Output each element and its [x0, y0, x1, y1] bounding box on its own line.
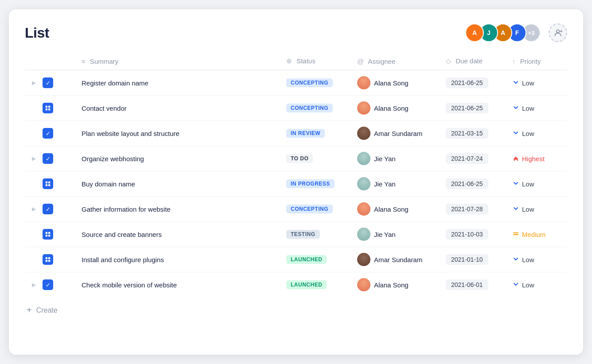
assignee-name: Jie Yan — [374, 231, 396, 238]
assignee-cell: Jie Yan — [357, 177, 432, 190]
status-badge[interactable]: LAUNCHED — [286, 280, 327, 289]
table-row[interactable]: ▶ ✓ Gather information for websiteCONCEP… — [25, 197, 567, 222]
priority-cell: Low — [512, 79, 560, 87]
create-row[interactable]: + Create — [25, 305, 567, 315]
table-row[interactable]: ▶ Install and configure pluginsLAUNCHED … — [25, 247, 567, 272]
row-priority[interactable]: Low — [505, 272, 567, 298]
table-row[interactable]: ▶ Source and create bannersTESTING Jie Y… — [25, 222, 567, 247]
row-checkbox[interactable]: ✓ — [43, 128, 53, 139]
priority-icon — [512, 104, 519, 112]
status-badge[interactable]: IN PROGRESS — [286, 179, 335, 188]
row-status[interactable]: IN PROGRESS — [279, 171, 350, 197]
table-row[interactable]: ▶ ✓ Check mobile version of websiteLAUNC… — [25, 272, 567, 298]
table-row[interactable]: ▶ ✓ Plan website layout and structureIN … — [25, 121, 567, 146]
due-date-value[interactable]: 2021-10-03 — [446, 229, 488, 240]
row-assignee: Alana Song — [350, 272, 439, 298]
row-due-date[interactable]: 2021-06-01 — [439, 272, 505, 298]
row-status[interactable]: LAUNCHED — [279, 247, 350, 272]
create-plus-icon: + — [27, 305, 32, 315]
row-assignee: Jie Yan — [350, 146, 439, 171]
row-due-date[interactable]: 2021-07-24 — [439, 146, 505, 171]
priority-cell: Low — [512, 104, 560, 112]
row-checkbox[interactable]: ✓ — [43, 153, 53, 164]
row-expand-chevron[interactable]: ▶ — [32, 282, 39, 288]
row-priority[interactable]: Highest — [505, 146, 567, 171]
row-status[interactable]: TESTING — [279, 222, 350, 247]
row-assignee: Amar Sundaram — [350, 121, 439, 146]
row-expand-chevron[interactable]: ▶ — [32, 155, 39, 162]
row-priority[interactable]: Low — [505, 247, 567, 272]
row-checkbox[interactable]: ✓ — [43, 204, 53, 214]
row-status[interactable]: CONCEPTING — [279, 96, 350, 121]
row-checkbox[interactable]: ✓ — [43, 77, 53, 88]
table-row[interactable]: ▶ ✓ Register domain nameCONCEPTING Alana… — [25, 70, 567, 96]
row-due-date[interactable]: 2021-06-25 — [439, 171, 505, 197]
subtask-icon[interactable] — [43, 178, 53, 189]
table-row[interactable]: ▶ ✓ Organize webhostingTO DO Jie Yan 202… — [25, 146, 567, 171]
due-date-value[interactable]: 2021-06-25 — [446, 178, 488, 189]
row-due-date[interactable]: 2021-07-28 — [439, 197, 505, 222]
row-priority[interactable]: Low — [505, 96, 567, 121]
assignee-name: Jie Yan — [374, 180, 396, 188]
row-controls: ▶ ✓ — [25, 121, 74, 146]
status-badge[interactable]: CONCEPTING — [286, 205, 333, 213]
due-date-value[interactable]: 2021-03-15 — [446, 128, 488, 139]
status-badge[interactable]: TO DO — [286, 154, 313, 163]
row-controls: ▶ — [25, 247, 74, 272]
summary-text: Register domain name — [82, 79, 148, 87]
col-due-date: ◇ Due date — [439, 53, 505, 70]
due-date-value[interactable]: 2021-07-24 — [446, 153, 488, 164]
due-date-value[interactable]: 2021-06-01 — [446, 279, 488, 290]
row-status[interactable]: IN REVIEW — [279, 121, 350, 146]
row-priority[interactable]: Low — [505, 171, 567, 197]
row-priority[interactable]: Medium — [505, 222, 567, 247]
priority-icon — [512, 230, 519, 239]
subtask-icon[interactable] — [43, 229, 53, 240]
svg-rect-8 — [48, 182, 50, 183]
row-status[interactable]: TO DO — [279, 146, 350, 171]
assignee-cell: Alana Song — [357, 202, 432, 216]
row-due-date[interactable]: 2021-01-10 — [439, 247, 505, 272]
row-status[interactable]: LAUNCHED — [279, 272, 350, 298]
row-expand-chevron[interactable]: ▶ — [32, 206, 39, 212]
status-badge[interactable]: CONCEPTING — [286, 104, 333, 112]
status-badge[interactable]: IN REVIEW — [286, 129, 325, 138]
row-due-date[interactable]: 2021-10-03 — [439, 222, 505, 247]
status-badge[interactable]: CONCEPTING — [286, 78, 333, 87]
row-due-date[interactable]: 2021-06-25 — [439, 96, 505, 121]
status-badge[interactable]: LAUNCHED — [286, 255, 327, 264]
due-date-value[interactable]: 2021-01-10 — [446, 254, 488, 265]
row-priority[interactable]: Low — [505, 197, 567, 222]
row-controls: ▶ — [25, 96, 74, 121]
table-row[interactable]: ▶ Buy domain nameIN PROGRESS Jie Yan 202… — [25, 171, 567, 197]
table-row[interactable]: ▶ Contact vendorCONCEPTING Alana Song 20… — [25, 96, 567, 121]
row-due-date[interactable]: 2021-03-15 — [439, 121, 505, 146]
due-date-value[interactable]: 2021-06-25 — [446, 77, 488, 88]
add-user-button[interactable] — [549, 23, 567, 42]
row-expand-chevron[interactable]: ▶ — [32, 80, 39, 86]
due-date-value[interactable]: 2021-06-25 — [446, 103, 488, 113]
col-controls — [25, 53, 74, 70]
priority-cell: Low — [512, 129, 560, 138]
avatar-group: AJAF+3 — [465, 23, 541, 42]
priority-cell: Low — [512, 281, 560, 289]
row-due-date[interactable]: 2021-06-25 — [439, 70, 505, 96]
priority-cell: Low — [512, 256, 560, 264]
summary-text: Gather information for website — [82, 205, 171, 213]
row-status[interactable]: CONCEPTING — [279, 197, 350, 222]
row-priority[interactable]: Low — [505, 121, 567, 146]
col-status: ⊕ Status — [279, 53, 350, 70]
subtask-icon[interactable] — [43, 254, 53, 265]
row-checkbox[interactable]: ✓ — [43, 279, 53, 290]
subtask-icon[interactable] — [43, 103, 53, 113]
due-date-value[interactable]: 2021-07-28 — [446, 204, 488, 214]
col-assignee: @ Assignee — [350, 53, 439, 70]
svg-rect-11 — [46, 232, 47, 234]
header: List AJAF+3 — [25, 23, 567, 42]
priority-icon — [512, 79, 519, 87]
status-badge[interactable]: TESTING — [286, 230, 320, 239]
row-priority[interactable]: Low — [505, 70, 567, 96]
header-avatar-a: A — [465, 23, 484, 42]
priority-icon — [512, 205, 519, 213]
row-status[interactable]: CONCEPTING — [279, 70, 350, 96]
